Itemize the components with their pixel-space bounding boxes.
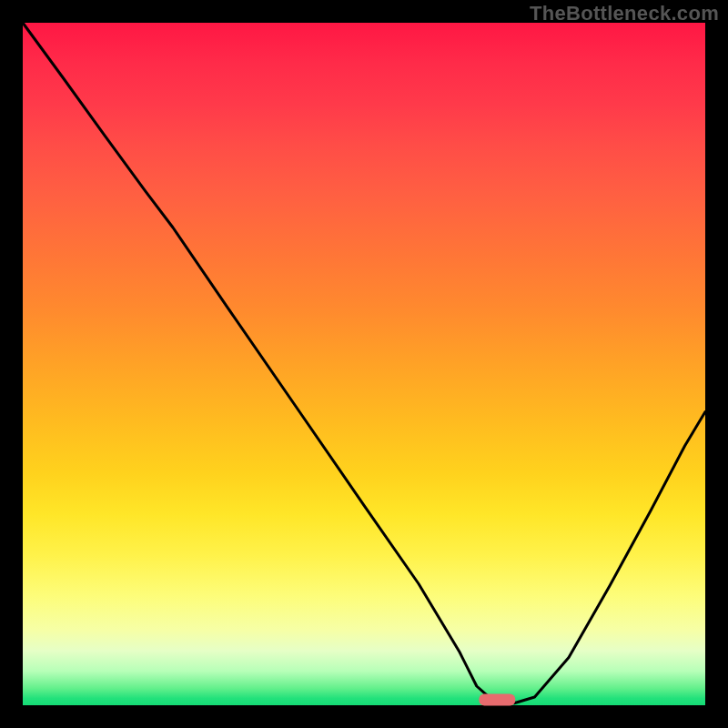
optimal-range-marker (479, 694, 515, 706)
bottleneck-curve-path (23, 23, 705, 703)
curve-svg (23, 23, 705, 705)
chart-frame: TheBottleneck.com (0, 0, 728, 728)
plot-area (23, 23, 705, 705)
